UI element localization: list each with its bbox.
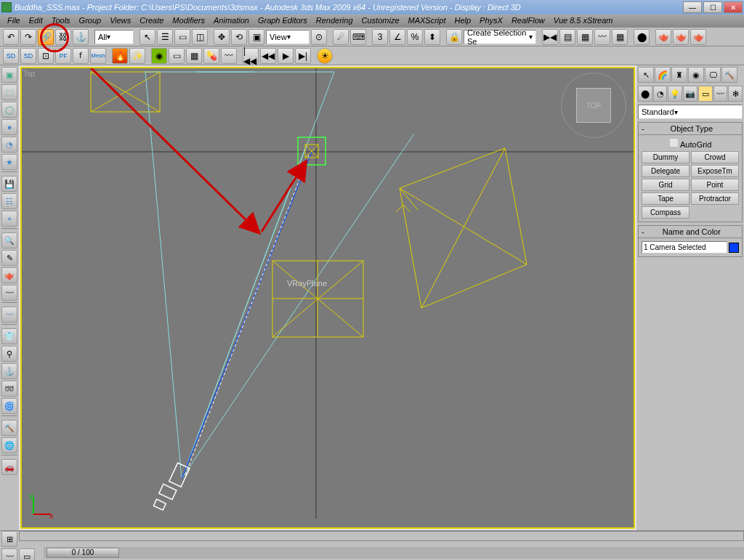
percent-snap-icon[interactable]: % <box>407 29 423 45</box>
menu-group[interactable]: Group <box>75 15 106 28</box>
mirror-icon[interactable]: ▶◀ <box>542 29 558 45</box>
menu-help[interactable]: Help <box>450 15 475 28</box>
globe-tool-icon[interactable]: 🌐 <box>1 437 17 453</box>
play-icon[interactable]: ▶ <box>278 48 294 64</box>
render-icon[interactable]: 🫖 <box>690 29 706 45</box>
construct-icon[interactable]: ⊡ <box>38 48 54 64</box>
layer-icon[interactable]: ▦ <box>577 29 593 45</box>
menu-file[interactable]: File <box>3 15 25 28</box>
star-tool-icon[interactable]: ★ <box>1 154 17 170</box>
select-icon[interactable]: ↖ <box>140 29 155 45</box>
cameras-cat-icon[interactable]: 📷 <box>683 86 698 102</box>
track-icon[interactable]: ⊞ <box>1 531 17 547</box>
keymode-icon[interactable]: ⌨ <box>350 29 366 45</box>
menu-realflow[interactable]: RealFlow <box>507 15 549 28</box>
subcategory-dropdown[interactable]: Standard ▾ <box>638 105 743 119</box>
menu-maxscript[interactable]: MAXScript <box>404 15 450 28</box>
undo-icon[interactable]: ↶ <box>3 29 19 45</box>
car-tool-icon[interactable]: 🚗 <box>1 459 17 475</box>
grid-button[interactable]: Grid <box>642 179 690 191</box>
window-crossing-icon[interactable]: ◫ <box>192 29 208 45</box>
sd-icon[interactable]: SD <box>3 48 19 64</box>
torus-tool-icon[interactable]: ◯ <box>1 102 17 118</box>
color-swatch[interactable] <box>729 243 739 253</box>
exposetm-button[interactable]: ExposeTm <box>691 165 739 177</box>
crowd-button[interactable]: Crowd <box>691 151 739 163</box>
mesh-icon[interactable]: Mesh <box>90 48 106 64</box>
create-tab-icon[interactable]: ↖ <box>638 67 654 83</box>
menu-vue[interactable]: Vue 8.5 xStream <box>549 15 618 28</box>
dummy-button[interactable]: Dummy <box>642 151 690 163</box>
maximize-button[interactable]: ☐ <box>703 1 722 13</box>
varied-tool-icon[interactable]: ◔ <box>1 137 17 153</box>
hook-tool-icon[interactable]: ⚲ <box>1 346 17 362</box>
menu-modifiers[interactable]: Modifiers <box>168 15 209 28</box>
select-name-icon[interactable]: ☰ <box>157 29 173 45</box>
lights-cat-icon[interactable]: 💡 <box>668 86 682 102</box>
schematic-icon[interactable]: ▦ <box>612 29 628 45</box>
goto-end-icon[interactable]: ▶| <box>295 48 311 64</box>
redo-icon[interactable]: ↷ <box>20 29 36 45</box>
box-tool-icon[interactable]: ▣ <box>1 67 17 83</box>
fluid-icon[interactable]: 〰 <box>221 48 237 64</box>
link-icon[interactable]: 🔗 <box>38 29 54 45</box>
wand-tool-icon[interactable]: ✎ <box>1 250 17 266</box>
hierarchy-tab-icon[interactable]: ♜ <box>671 67 687 83</box>
wave-tool-icon[interactable]: 〰 <box>1 285 17 301</box>
shapes-cat-icon[interactable]: ◔ <box>653 86 668 102</box>
pf-icon[interactable]: PF <box>55 48 71 64</box>
scale-icon[interactable]: ▣ <box>248 29 264 45</box>
manipulate-icon[interactable]: ☄ <box>333 29 349 45</box>
time-slider-handle[interactable]: 0 / 100 <box>46 548 119 558</box>
teapot-tool-icon[interactable]: 🫖 <box>1 267 17 283</box>
tape-button[interactable]: Tape <box>642 192 690 205</box>
eval-icon[interactable]: ｆ <box>73 48 89 64</box>
nvidia-icon[interactable]: ◉ <box>151 48 167 64</box>
region-select-icon[interactable]: ▭ <box>174 29 190 45</box>
mini-curve-icon[interactable]: 〰 <box>1 548 17 560</box>
minimize-button[interactable]: — <box>683 1 702 13</box>
spinner-snap-icon[interactable]: ⬍ <box>424 29 440 45</box>
menu-create[interactable]: Create <box>135 15 168 28</box>
motion-tab-icon[interactable]: ◉ <box>688 67 704 83</box>
angle-snap-icon[interactable]: ∠ <box>389 29 405 45</box>
menu-customize[interactable]: Customize <box>357 15 404 28</box>
spacewarps-cat-icon[interactable]: 〰 <box>713 86 728 102</box>
stack-tool-icon[interactable]: ☷ <box>1 193 17 209</box>
snap-icon[interactable]: 3 <box>372 29 388 45</box>
viewport[interactable]: Top <box>20 67 635 529</box>
rays-icon[interactable]: ✨ <box>129 48 145 64</box>
hammer-tool-icon[interactable]: 🔨 <box>1 420 17 436</box>
modify-tab-icon[interactable]: 🌈 <box>655 67 671 83</box>
box-icon[interactable]: ▭ <box>169 48 185 64</box>
bind-icon[interactable]: ⚓ <box>73 29 89 45</box>
menu-animation[interactable]: Animation <box>209 15 254 28</box>
curve-editor-icon[interactable]: 〰 <box>594 29 610 45</box>
magnifier-tool-icon[interactable]: 🔍 <box>1 232 17 248</box>
render-frame-icon[interactable]: 🫖 <box>673 29 689 45</box>
prev-frame-icon[interactable]: ◀◀ <box>260 48 276 64</box>
autogrid-checkbox[interactable] <box>669 138 679 147</box>
menu-views[interactable]: Views <box>105 15 135 28</box>
geo-tool-icon[interactable]: ⬚ <box>1 84 17 100</box>
sun-icon[interactable]: ☀ <box>317 48 333 64</box>
disk-tool-icon[interactable]: 💾 <box>1 176 17 192</box>
utilities-tab-icon[interactable]: 🔨 <box>721 67 737 83</box>
refcoord-dropdown[interactable]: View ▾ <box>266 30 310 44</box>
unlink-icon[interactable]: ⛓ <box>55 29 71 45</box>
selection-lock-icon[interactable]: 🔒 <box>446 29 462 45</box>
sd2-icon[interactable]: SD <box>20 48 36 64</box>
point-button[interactable]: Point <box>691 179 739 191</box>
object-name-input[interactable] <box>642 241 727 253</box>
grid-icon[interactable]: ▦ <box>186 48 202 64</box>
display-tab-icon[interactable]: 🖵 <box>705 67 721 83</box>
shirt-tool-icon[interactable]: 👕 <box>1 328 17 344</box>
protractor-button[interactable]: Protractor <box>691 192 739 205</box>
viewport-scrollbar[interactable] <box>19 531 744 541</box>
viewcube-face[interactable]: TOP <box>576 88 611 123</box>
menu-rendering[interactable]: Rendering <box>312 15 357 28</box>
trackbar-icon[interactable]: ▭ <box>19 548 35 560</box>
anchor-tool-icon[interactable]: ⚓ <box>1 363 17 379</box>
named-selection-dropdown[interactable]: Create Selection Se▾ <box>464 30 536 44</box>
material-editor-icon[interactable]: ⬤ <box>634 29 650 45</box>
